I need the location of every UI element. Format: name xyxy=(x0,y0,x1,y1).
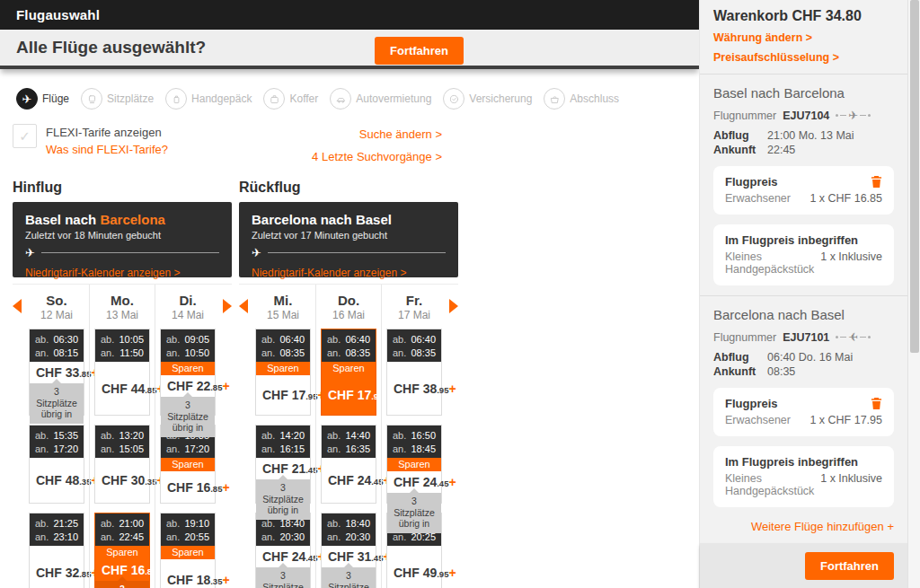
step-autovermietung[interactable]: Autovermietung xyxy=(330,88,431,110)
continue-button[interactable]: Fortfahren xyxy=(375,37,464,65)
flight-option[interactable]: ab.10:05an.11:50CHF 44.85+ xyxy=(94,329,150,416)
time-value: 14:20 xyxy=(279,429,305,442)
time-label: an. xyxy=(35,443,49,455)
flight-option[interactable]: ab.06:30an.08:15CHF 33.85+3 Sitzplätze ü… xyxy=(29,329,84,416)
time-label: ab. xyxy=(166,333,180,346)
card-title: Flugpreis xyxy=(725,175,778,189)
time-value: 14:40 xyxy=(345,429,370,442)
flight-option[interactable]: ab.18:40an.20:30CHF 31.45+3 Sitzplätze ü… xyxy=(321,513,376,588)
flight-option[interactable]: ab.06:40an.08:35SparenCHF 17.95+ xyxy=(255,329,311,416)
fare-calendar: So.12 Maiab.06:30an.08:15CHF 33.85+3 Sit… xyxy=(13,284,232,588)
seats-left-tag: 3 Sitzplätze übrig in xyxy=(256,567,310,588)
plane-icon: ✈ xyxy=(16,88,38,110)
flight-option-slot: ab.18:40an.20:30CHF 24.45+3 Sitzplätze ü… xyxy=(251,513,315,588)
scrollbar-thumb[interactable] xyxy=(910,0,919,353)
card-title: Flugpreis xyxy=(725,397,778,410)
flight-option-selected[interactable]: ab.21:00an.22:45SparenCHF 16.85✓2 Sitzpl… xyxy=(94,513,150,588)
time-value: 06:40 xyxy=(345,333,370,346)
prev-days[interactable] xyxy=(239,285,251,588)
step-abschluss[interactable]: Abschluss xyxy=(544,88,619,110)
card-item-value: 1 x CHF 17.95 xyxy=(809,414,882,426)
step-handgep-ck[interactable]: Handgepäck xyxy=(165,88,252,110)
add-flights-link[interactable]: Weitere Flüge hinzufügen + xyxy=(713,520,894,533)
time-label: an. xyxy=(35,347,49,359)
shield-check-icon xyxy=(443,88,464,110)
flight-option-slot: ab.18:40an.20:30CHF 31.45+3 Sitzplätze ü… xyxy=(316,513,381,588)
seat-icon xyxy=(81,88,102,110)
times-header: ab.09:05an.10:50 xyxy=(161,329,215,362)
flight-option[interactable]: ab.06:40an.08:35CHF 38.95+ xyxy=(386,329,442,416)
next-days[interactable] xyxy=(220,285,232,588)
flight-number: EJU7101 xyxy=(783,331,829,344)
flight-option[interactable]: ab.09:05an.10:50SparenCHF 22.85+3 Sitzpl… xyxy=(160,329,216,416)
flight-banner: Barcelona nach BaselZuletzt vor 17 Minut… xyxy=(239,202,458,277)
next-days[interactable] xyxy=(447,285,458,588)
flight-option[interactable]: ab.15:35an.17:20CHF 48.35+ xyxy=(29,425,84,504)
flight-option-selected[interactable]: ab.06:40an.08:35SparenCHF 17.95✓ xyxy=(321,329,376,416)
times-header: ab.14:40an.16:35 xyxy=(322,426,376,458)
flight-option[interactable]: ab.16:50an.18:45SparenCHF 24.45+3 Sitzpl… xyxy=(386,425,442,504)
plane-route-graphic: ✈ xyxy=(252,246,446,259)
time-value: 19:10 xyxy=(184,517,209,530)
price: CHF 18.35 xyxy=(167,573,222,587)
trash-icon[interactable] xyxy=(871,175,882,189)
flexi-checkbox[interactable]: ✓ xyxy=(13,124,37,148)
times-header: ab.06:40an.08:35 xyxy=(256,329,310,362)
departure-label: Abflug xyxy=(713,351,767,364)
change-search-link[interactable]: Suche ändern > xyxy=(312,124,442,146)
price-breakdown-link[interactable]: Preisaufschlüsselung > xyxy=(713,51,894,64)
low-fare-calendar-link[interactable]: Niedrigtarif-Kalender anzeigen > xyxy=(25,267,180,279)
segment-route: Barcelona nach Basel xyxy=(713,307,894,322)
low-fare-calendar-link[interactable]: Niedrigtarif-Kalender anzeigen > xyxy=(252,267,406,279)
day-name: Mo. xyxy=(90,293,155,308)
times-header: ab.06:40an.08:35 xyxy=(322,329,376,362)
flexi-info-link[interactable]: Was sind FLEXI-Tarife? xyxy=(46,143,168,156)
step-fl-ge[interactable]: ✈Flüge xyxy=(16,88,69,110)
price-row: CHF 38.95+ xyxy=(387,362,441,415)
flight-option[interactable]: ab.14:20an.16:15CHF 21.45+3 Sitzplätze ü… xyxy=(255,425,311,504)
trash-icon[interactable] xyxy=(871,397,882,410)
flight-option[interactable]: ab.18:40an.20:30CHF 24.45+3 Sitzplätze ü… xyxy=(255,513,311,588)
cart-sidebar: Warenkorb CHF 34.80 Währung ändern > Pre… xyxy=(699,0,907,588)
flight-option[interactable]: ab.21:25an.23:10CHF 32.85+ xyxy=(29,513,84,588)
flight-option-slot: ab.06:40an.08:35SparenCHF 17.95✓ xyxy=(316,329,381,416)
flight-option[interactable]: ab.13:20an.15:05CHF 30.35+ xyxy=(94,425,150,504)
time-value: 22:45 xyxy=(119,531,144,543)
cart-card: FlugpreisErwachsener1 x CHF 17.95 xyxy=(713,388,894,436)
times-header: ab.19:10an.20:55 xyxy=(161,513,215,546)
cart-card: Im Flugpreis inbegriffenKleines Handgepä… xyxy=(713,446,894,507)
page-header: Flugauswahl xyxy=(0,0,699,30)
divider xyxy=(700,295,907,296)
time-value: 17:20 xyxy=(53,443,78,455)
step-versicherung[interactable]: Versicherung xyxy=(443,88,532,110)
cart-continue-button[interactable]: Fortfahren xyxy=(805,552,894,580)
times-header: ab.18:40an.20:30 xyxy=(322,513,376,546)
flight-option[interactable]: ab.19:10an.20:55SparenCHF 18.35+ xyxy=(160,513,216,588)
step-label: Handgepäck xyxy=(191,92,252,105)
time-label: an. xyxy=(327,347,341,359)
price: CHF 44.85 xyxy=(102,382,156,396)
cart-card-header: Flugpreis xyxy=(725,397,882,410)
prev-days-arrow-icon xyxy=(13,299,22,313)
cart-card-row: Erwachsener1 x CHF 16.85 xyxy=(725,192,882,205)
car-icon xyxy=(330,88,351,110)
price: CHF 30.35 xyxy=(102,473,156,487)
price: CHF 16.85 xyxy=(167,480,222,495)
flight-option-slot: ab.10:05an.11:50CHF 44.85+ xyxy=(90,329,155,416)
recent-searches-link[interactable]: 4 Letzte Suchvorgänge > xyxy=(312,146,442,169)
segment-times: Abflug06:40 Do. 16 MaiAnkunft08:35 xyxy=(713,351,894,378)
flight-option[interactable]: ab.14:40an.16:35CHF 24.45+ xyxy=(321,425,376,504)
seats-left-tag: 3 Sitzplätze übrig in xyxy=(387,493,441,533)
step-sitzpl-tze[interactable]: Sitzplätze xyxy=(81,88,154,110)
flight-option-slot: ab.13:20an.15:05CHF 30.35+ xyxy=(90,425,155,504)
time-label: ab. xyxy=(35,429,49,442)
prev-days[interactable] xyxy=(13,285,24,588)
times-header: ab.10:05an.11:50 xyxy=(95,329,149,362)
change-currency-link[interactable]: Währung ändern > xyxy=(713,31,894,44)
step-koffer[interactable]: Koffer xyxy=(263,88,318,110)
price-row: CHF 48.35+ xyxy=(30,458,84,503)
flexi-option: ✓ FLEXI-Tarife anzeigen Was sind FLEXI-T… xyxy=(13,124,168,168)
time-value: 10:05 xyxy=(119,333,144,346)
flight-number: EJU7104 xyxy=(783,110,829,122)
time-label: ab. xyxy=(166,517,180,530)
